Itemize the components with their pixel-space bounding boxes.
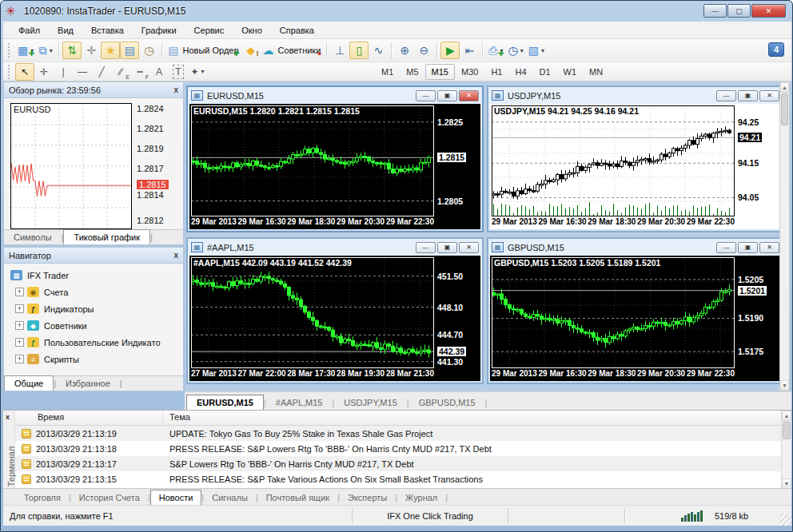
column-header-time[interactable]: Время <box>15 411 163 425</box>
chart-restore-button[interactable]: ▣ <box>738 90 758 101</box>
menu-Файл[interactable]: Файл <box>10 23 49 38</box>
chart-line-button[interactable]: ∿ <box>369 42 388 59</box>
chart-close-button[interactable]: ✕ <box>759 90 779 101</box>
scroll-down-icon[interactable]: ▼ <box>780 380 789 391</box>
chart-tab-aaplm15[interactable]: #AAPL,M15 <box>266 395 333 410</box>
alert-button[interactable]: ◆! <box>241 42 261 59</box>
expand-icon[interactable]: + <box>15 338 24 347</box>
indicators-button[interactable]: ⎙✚▾ <box>486 42 505 59</box>
new-order-button[interactable]: ▤✚Новый Ордер <box>165 42 241 59</box>
chart-window-eurusdm15[interactable]: ▦EURUSD,M15—▣✕EURUSD,M15 1.2820 1.2821 1… <box>186 85 484 232</box>
cursor-tool-button[interactable]: ↖ <box>15 63 34 81</box>
menu-Справка[interactable]: Справка <box>271 23 323 38</box>
terminal-toggle-button[interactable]: ▤ <box>120 42 139 59</box>
periods-button[interactable]: ◷▾ <box>506 42 526 59</box>
tree-item-custom-indicators[interactable]: +ƒПользовательские Индикато <box>7 334 180 351</box>
chart-plot-area[interactable] <box>492 257 735 368</box>
expand-icon[interactable]: + <box>15 321 24 330</box>
terminal-tab-новости[interactable]: Новости <box>150 490 202 506</box>
terminal-tab-история-счета[interactable]: История Счета <box>71 490 148 505</box>
strategy-tester-button[interactable]: ◷ <box>139 42 158 59</box>
menu-Окно[interactable]: Окно <box>233 23 271 38</box>
menu-Вид[interactable]: Вид <box>49 23 82 38</box>
scroll-up-icon[interactable]: ▲ <box>780 82 789 93</box>
chart-tab-usdjpym15[interactable]: USDJPY,M15 <box>334 395 406 410</box>
tree-item-advisors[interactable]: +◆Советники <box>7 317 180 334</box>
navigator-close-icon[interactable]: x <box>173 251 178 260</box>
maximize-button[interactable]: ▢ <box>727 4 751 18</box>
chart-window-usdjpym15[interactable]: ▦USDJPY,M15—▣✕USDJPY,M15 94.21 94.25 94.… <box>487 85 784 232</box>
workspace-scrollbar[interactable]: ▲ ▼ <box>779 81 790 391</box>
chart-bars-button[interactable]: ⊥ <box>330 42 349 59</box>
minimize-button[interactable]: — <box>703 4 727 18</box>
chart-tab-eurusdm15[interactable]: EURUSD,M15 <box>186 395 264 410</box>
chart-window-titlebar[interactable]: ▦EURUSD,M15—▣✕ <box>188 87 482 104</box>
chart-close-button[interactable]: ✕ <box>459 90 479 101</box>
scrollbar-thumb[interactable] <box>781 93 788 125</box>
templates-button[interactable]: ▧▾ <box>526 42 547 59</box>
market-watch-tab-2[interactable]: Тиковый график <box>63 229 150 244</box>
timeframe-M30[interactable]: M30 <box>455 64 484 80</box>
status-trading-mode[interactable]: IFX One Click Trading <box>352 509 508 523</box>
text-tool-button[interactable]: A <box>149 63 169 81</box>
close-button[interactable]: ✕ <box>751 4 786 18</box>
terminal-tab-торговля[interactable]: Торговля <box>16 490 69 505</box>
timeframe-H1[interactable]: H1 <box>484 64 508 80</box>
timeframe-W1[interactable]: W1 <box>557 64 584 80</box>
timeframe-M1[interactable]: M1 <box>375 64 400 80</box>
terminal-close-icon[interactable]: x <box>6 413 10 421</box>
expand-icon[interactable]: + <box>15 304 24 313</box>
chart-tab-gbpusdm15[interactable]: GBPUSD,M15 <box>409 395 485 410</box>
chart-close-button[interactable]: ✕ <box>459 242 479 253</box>
data-window-button[interactable]: ✛ <box>82 42 101 59</box>
chart-candles-button[interactable]: ▯ <box>349 42 369 59</box>
timeframe-D1[interactable]: D1 <box>533 64 557 80</box>
news-row[interactable]: 2013/03/29 21:13:17S&P Lowers Rtg To 'BB… <box>15 456 781 471</box>
expert-advisors-button[interactable]: ☁●Советники <box>261 42 324 59</box>
tick-chart[interactable]: EURUSD <box>10 103 132 229</box>
menu-Вставка[interactable]: Вставка <box>82 23 133 38</box>
market-watch-tab-1[interactable]: Символы <box>4 230 62 244</box>
tree-item-root[interactable]: ▦IFX Trader <box>7 267 180 284</box>
expand-icon[interactable]: + <box>15 288 24 296</box>
tree-item-scripts[interactable]: +≡Скрипты <box>7 351 180 367</box>
news-scrollbar[interactable]: ▲ ▼ <box>781 411 791 489</box>
timeframe-M15[interactable]: M15 <box>425 64 455 80</box>
chart-minimize-button[interactable]: — <box>416 242 436 253</box>
chart-shift-button[interactable]: ⇤ <box>460 42 479 59</box>
crosshair-tool-button[interactable]: ✛ <box>34 63 54 81</box>
fibonacci-tool-button[interactable]: ┅F <box>130 63 149 81</box>
market-watch-close-icon[interactable]: x <box>173 85 178 94</box>
chart-window-gbpusdm15[interactable]: ▦GBPUSD,M15—▣✕GBPUSD,M15 1.5203 1.5205 1… <box>487 237 784 384</box>
chart-minimize-button[interactable]: — <box>716 90 736 101</box>
timeframe-M5[interactable]: M5 <box>400 64 424 80</box>
chart-plot-area[interactable] <box>191 257 434 368</box>
chart-minimize-button[interactable]: — <box>716 242 736 253</box>
zoom-out-button[interactable]: ⊖ <box>414 42 433 59</box>
equidistant-channel-tool-button[interactable]: ∕∕E <box>111 63 130 81</box>
navigator-toggle-button[interactable]: ★ <box>101 42 120 59</box>
trendline-tool-button[interactable]: ╱ <box>92 63 111 81</box>
notification-badge[interactable]: 4 <box>768 42 784 57</box>
text-label-tool-button[interactable]: T <box>169 63 188 81</box>
market-watch-toggle-button[interactable]: ⇅ <box>62 42 82 59</box>
auto-scroll-button[interactable]: ▶ <box>440 42 460 59</box>
chart-window-titlebar[interactable]: ▦#AAPL,M15—▣✕ <box>188 239 482 256</box>
zoom-in-button[interactable]: ⊕ <box>395 42 414 59</box>
menu-Сервис[interactable]: Сервис <box>185 23 233 38</box>
chart-plot-area[interactable] <box>191 105 434 216</box>
arrows-tool-button[interactable]: ✦▾ <box>188 63 207 81</box>
resize-grip[interactable] <box>779 514 791 526</box>
scrollbar-thumb[interactable] <box>783 422 791 439</box>
navigator-tab-1[interactable]: Общие <box>4 375 54 391</box>
terminal-tab-сигналы[interactable]: Сигналы <box>204 490 256 505</box>
tree-item-indicators[interactable]: +ƒИндикаторы <box>7 300 180 317</box>
chart-plot-area[interactable] <box>492 105 735 216</box>
timeframe-H4[interactable]: H4 <box>508 64 532 80</box>
terminal-tab-эксперты[interactable]: Эксперты <box>340 490 395 505</box>
chart-window-titlebar[interactable]: ▦USDJPY,M15—▣✕ <box>488 87 783 104</box>
menu-Графики[interactable]: Графики <box>133 23 185 38</box>
news-row[interactable]: 2013/03/29 21:13:15PRESS RELEASE: S&P Ta… <box>15 471 781 486</box>
chart-window-aaplm15[interactable]: ▦#AAPL,M15—▣✕#AAPL,M15 442.09 443.19 441… <box>186 237 484 384</box>
timeframe-MN[interactable]: MN <box>583 64 609 80</box>
